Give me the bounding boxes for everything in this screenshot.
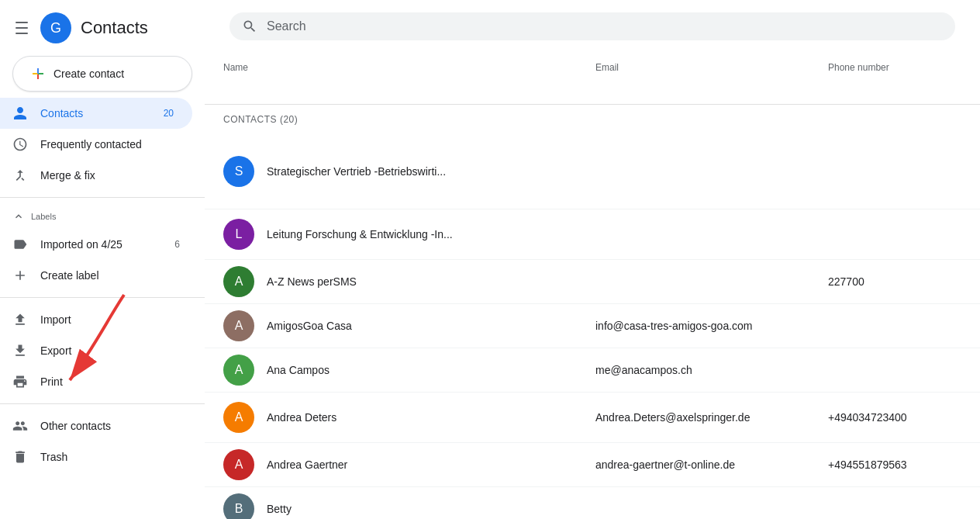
label-icon bbox=[12, 237, 28, 252]
avatar: S bbox=[223, 156, 254, 187]
contact-name: AmigosGoa Casa bbox=[267, 320, 352, 332]
contact-email bbox=[589, 275, 822, 288]
import-label: Import bbox=[40, 313, 71, 326]
table-row[interactable]: A Ana Campos me@anacampos.ch bbox=[205, 348, 980, 393]
contact-name: Strategischer Vertrieb -Betriebswirti... bbox=[267, 165, 446, 178]
sidebar-item-import[interactable]: Import bbox=[0, 304, 192, 335]
contact-name: Andrea Deters bbox=[267, 411, 336, 424]
sidebar-item-trash[interactable]: Trash bbox=[0, 441, 192, 472]
merge-icon bbox=[12, 168, 28, 183]
contact-phone bbox=[822, 364, 980, 376]
table-header: Name Email Phone number Job title & comp… bbox=[205, 53, 980, 105]
contact-phone bbox=[822, 503, 980, 515]
main-content: Name Email Phone number Job title & comp… bbox=[205, 0, 980, 519]
download-icon bbox=[12, 343, 28, 358]
contact-name: A-Z News perSMS bbox=[267, 275, 357, 288]
divider-2 bbox=[0, 297, 205, 298]
contact-name-cell: B Betty bbox=[217, 487, 589, 519]
header-phone: Phone number bbox=[822, 53, 980, 104]
create-plus-icon bbox=[29, 64, 47, 83]
search-icon bbox=[242, 19, 257, 34]
divider-3 bbox=[0, 403, 205, 404]
table-row[interactable]: S Strategischer Vertrieb -Betriebswirti.… bbox=[205, 134, 980, 209]
contacts-count: CONTACTS (20) bbox=[205, 105, 980, 134]
contact-email: info@casa-tres-amigos-goa.com bbox=[589, 313, 822, 338]
create-label-btn-label: Create label bbox=[40, 269, 99, 282]
contact-email: me@anacampos.ch bbox=[589, 358, 822, 382]
table-row[interactable]: A AmigosGoa Casa info@casa-tres-amigos-g… bbox=[205, 304, 980, 348]
contact-phone bbox=[822, 320, 980, 332]
sidebar-item-imported[interactable]: Imported on 4/25 6 bbox=[0, 229, 192, 260]
labels-section-header[interactable]: Labels bbox=[0, 204, 205, 229]
contact-name-cell: A AmigosGoa Casa bbox=[217, 304, 589, 348]
contact-name-cell: A Andrea Gaertner bbox=[217, 443, 589, 486]
person-icon bbox=[12, 106, 28, 121]
sidebar-contacts-label: Contacts bbox=[40, 107, 83, 119]
avatar: B bbox=[223, 493, 254, 519]
sidebar: G Contacts Create contact Contacts 20 bbox=[0, 0, 205, 519]
sidebar-item-export[interactable]: Export bbox=[0, 335, 192, 366]
contact-name-cell: L Leitung Forschung & Entwicklung -In... bbox=[217, 213, 589, 256]
table-row[interactable]: L Leitung Forschung & Entwicklung -In...… bbox=[205, 209, 980, 260]
add-label-icon bbox=[12, 268, 28, 283]
contact-email: andrea-gaertner@t-online.de bbox=[589, 452, 822, 477]
imported-label: Imported on 4/25 bbox=[40, 238, 122, 251]
divider-1 bbox=[0, 197, 205, 198]
header-email: Email bbox=[589, 53, 822, 104]
contact-name-cell: A Andrea Deters bbox=[217, 396, 589, 439]
contact-phone bbox=[822, 165, 980, 178]
avatar: L bbox=[223, 219, 254, 250]
contact-phone: 227700 bbox=[822, 269, 980, 294]
avatar: A bbox=[223, 449, 254, 480]
sidebar-header: G Contacts bbox=[0, 6, 205, 56]
merge-fix-label: Merge & fix bbox=[40, 169, 95, 182]
contact-email: Andrea.Deters@axelspringer.de bbox=[589, 405, 822, 430]
hamburger-menu-icon[interactable] bbox=[12, 19, 31, 37]
contact-name: Betty bbox=[267, 503, 292, 515]
google-avatar: G bbox=[40, 12, 71, 43]
search-bar bbox=[229, 12, 955, 40]
contact-name-cell: A Ana Campos bbox=[217, 348, 589, 392]
other-contacts-label: Other contacts bbox=[40, 420, 111, 432]
create-contact-label: Create contact bbox=[53, 67, 124, 80]
contact-name-cell: A A-Z News perSMS bbox=[217, 260, 589, 303]
labels-heading: Labels bbox=[31, 212, 56, 221]
contact-name-cell: S Strategischer Vertrieb -Betriebswirti.… bbox=[217, 150, 589, 193]
avatar: A bbox=[223, 310, 254, 341]
contact-name: Ana Campos bbox=[267, 364, 330, 376]
contacts-table: Name Email Phone number Job title & comp… bbox=[205, 53, 980, 519]
search-input[interactable] bbox=[267, 19, 943, 33]
sidebar-item-contacts[interactable]: Contacts 20 bbox=[0, 98, 192, 129]
create-contact-button[interactable]: Create contact bbox=[12, 56, 192, 92]
upload-icon bbox=[12, 312, 28, 327]
sidebar-item-print[interactable]: Print bbox=[0, 366, 192, 397]
table-row[interactable]: A A-Z News perSMS 227700 bbox=[205, 260, 980, 304]
export-label: Export bbox=[40, 344, 71, 357]
table-row[interactable]: B Betty bbox=[205, 487, 980, 519]
table-row[interactable]: A Andrea Gaertner andrea-gaertner@t-onli… bbox=[205, 443, 980, 487]
table-row[interactable]: A Andrea Deters Andrea.Deters@axelspring… bbox=[205, 393, 980, 443]
avatar: A bbox=[223, 266, 254, 297]
other-contacts-icon bbox=[12, 418, 28, 434]
app-title: Contacts bbox=[81, 18, 148, 38]
clock-icon bbox=[12, 137, 28, 152]
contact-phone bbox=[822, 228, 980, 240]
contacts-count-badge: 20 bbox=[157, 106, 180, 120]
sidebar-item-frequently-contacted[interactable]: Frequently contacted bbox=[0, 129, 192, 160]
contacts-list: S Strategischer Vertrieb -Betriebswirti.… bbox=[205, 134, 980, 519]
frequently-contacted-label: Frequently contacted bbox=[40, 138, 142, 151]
contact-phone: +494034723400 bbox=[822, 405, 980, 430]
contact-phone: +494551879563 bbox=[822, 452, 980, 477]
contact-name: Andrea Gaertner bbox=[267, 458, 347, 471]
trash-label: Trash bbox=[40, 451, 67, 463]
print-icon bbox=[12, 374, 28, 389]
sidebar-item-other-contacts[interactable]: Other contacts bbox=[0, 410, 192, 441]
imported-count: 6 bbox=[174, 239, 180, 250]
sidebar-item-merge-fix[interactable]: Merge & fix bbox=[0, 160, 192, 191]
avatar: A bbox=[223, 355, 254, 386]
sidebar-item-create-label[interactable]: Create label bbox=[0, 260, 192, 291]
avatar: A bbox=[223, 402, 254, 433]
contact-name: Leitung Forschung & Entwicklung -In... bbox=[267, 228, 453, 240]
contact-email bbox=[589, 503, 822, 515]
header-name: Name bbox=[217, 53, 589, 104]
